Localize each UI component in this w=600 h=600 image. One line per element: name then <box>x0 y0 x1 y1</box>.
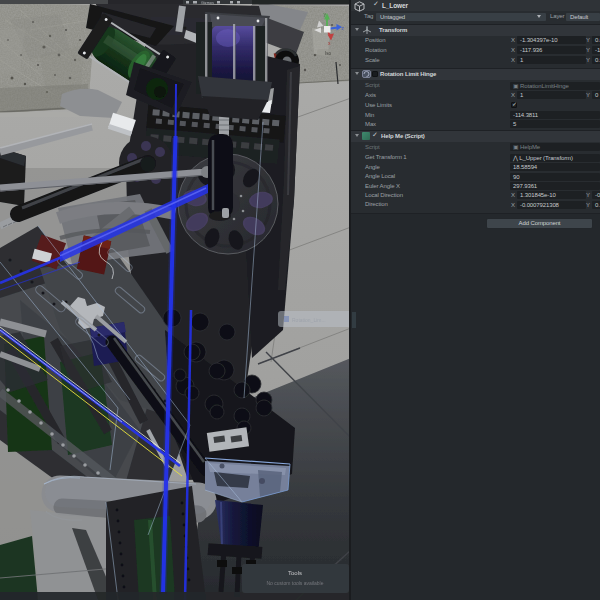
svg-text:Tools: Tools <box>288 570 302 576</box>
svg-text:Rotation_Lim...: Rotation_Lim... <box>292 317 326 323</box>
svg-text:Iso: Iso <box>325 51 332 56</box>
svg-text:No custom tools available: No custom tools available <box>267 580 324 586</box>
svg-text:Gizmos: Gizmos <box>201 1 214 5</box>
